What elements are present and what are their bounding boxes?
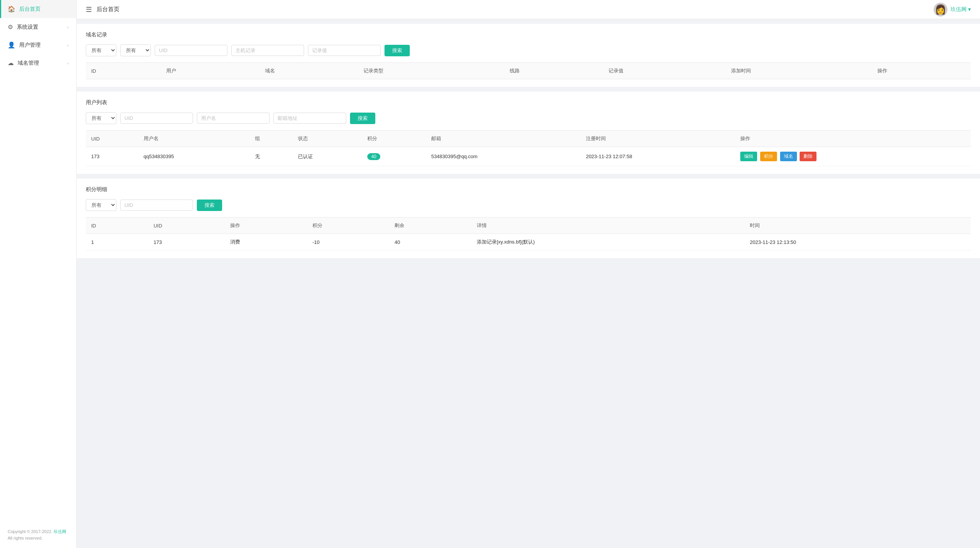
domain-button[interactable]: 域名 — [780, 152, 797, 161]
user-menu[interactable]: 玖伍网 ▾ — [951, 6, 971, 13]
user-col-status: 状态 — [293, 131, 362, 147]
score-col-uid: UID — [148, 218, 225, 234]
user-group-cell: 无 — [250, 147, 292, 166]
user-score-cell: 40 — [362, 147, 425, 166]
domain-filter-row: 所有 所有 搜索 — [86, 44, 971, 56]
sidebar-item-user[interactable]: 👤 用户管理 › — [0, 36, 76, 54]
header-left: ☰ 后台首页 — [86, 5, 119, 14]
chevron-right-icon: › — [67, 25, 69, 29]
user-uid-input[interactable] — [120, 113, 193, 124]
user-email-input[interactable] — [273, 113, 346, 124]
user-list-section: 用户列表 所有 搜索 UID 用户名 组 状态 积分 — [77, 92, 980, 174]
score-table-body: 1 173 消费 -10 40 添加记录[xy.xdns.bf](默认) 202… — [86, 234, 971, 250]
score-detail-table: ID UID 操作 积分 剩余 详情 时间 1 173 消费 -10 — [86, 217, 971, 250]
delete-button[interactable]: 删除 — [800, 152, 816, 161]
score-col-score: 积分 — [307, 218, 389, 234]
active-indicator — [0, 0, 1, 18]
user-email-cell: 534830395@qq.com — [426, 147, 581, 166]
user-list-title: 用户列表 — [86, 99, 971, 106]
col-record-type: 记录类型 — [358, 63, 504, 79]
score-detail-title: 积分明细 — [86, 186, 971, 193]
sidebar-item-home[interactable]: 🏠 后台首页 — [0, 0, 76, 18]
sidebar-label-home: 后台首页 — [19, 6, 41, 13]
user-col-email: 邮箱 — [426, 131, 581, 147]
user-name-input[interactable] — [197, 113, 270, 124]
score-uid-cell: 173 — [148, 234, 225, 250]
score-col-detail: 详情 — [471, 218, 744, 234]
domain-value-input[interactable] — [308, 45, 381, 56]
menu-toggle-icon[interactable]: ☰ — [86, 5, 92, 14]
chevron-right-icon-3: › — [67, 61, 69, 65]
user-col-action: 操作 — [735, 131, 971, 147]
domain-search-button[interactable]: 搜索 — [384, 45, 410, 56]
score-detail-cell: 添加记录[xy.xdns.bf](默认) — [471, 234, 744, 250]
sidebar-label-system: 系统设置 — [17, 24, 38, 31]
score-button[interactable]: 积分 — [760, 152, 777, 161]
score-remaining-cell: 40 — [389, 234, 471, 250]
col-action: 操作 — [872, 63, 971, 79]
domain-records-title: 域名记录 — [86, 31, 971, 38]
sidebar-item-system[interactable]: ⚙ 系统设置 › — [0, 18, 76, 36]
sidebar-item-domain[interactable]: ☁ 域名管理 › — [0, 54, 76, 72]
content-area: 域名记录 所有 所有 搜索 ID 用户 域名 — [77, 19, 980, 548]
user-filter-select1[interactable]: 所有 — [86, 112, 116, 124]
domain-records-table: ID 用户 域名 记录类型 线路 记录值 添加时间 操作 — [86, 62, 971, 79]
user-col-reg-time: 注册时间 — [581, 131, 735, 147]
score-uid-input[interactable] — [120, 200, 193, 211]
user-action-cell: 编辑 积分 域名 删除 — [735, 147, 971, 166]
user-icon: 👤 — [8, 41, 15, 49]
user-status-cell: 已认证 — [293, 147, 362, 166]
score-score-cell: -10 — [307, 234, 389, 250]
score-col-action: 操作 — [225, 218, 307, 234]
table-row: 173 qq534830395 无 已认证 40 534830395@qq.co… — [86, 147, 971, 166]
score-col-id: ID — [86, 218, 148, 234]
score-time-cell: 2023-11-23 12:13:50 — [744, 234, 971, 250]
main-area: ☰ 后台首页 👩 玖伍网 ▾ 域名记录 所有 所有 — [77, 0, 980, 548]
sidebar: 🏠 后台首页 ⚙ 系统设置 › 👤 用户管理 › ☁ 域名管理 › Copyri… — [0, 0, 77, 548]
domain-filter-select2[interactable]: 所有 — [120, 44, 151, 56]
avatar-image: 👩 — [935, 4, 946, 15]
user-col-score: 积分 — [362, 131, 425, 147]
score-filter-select1[interactable]: 所有 — [86, 199, 116, 211]
col-line: 线路 — [504, 63, 603, 79]
user-filter-row: 所有 搜索 — [86, 112, 971, 124]
sidebar-label-user: 用户管理 — [19, 42, 41, 49]
sidebar-label-domain: 域名管理 — [18, 60, 39, 67]
score-filter-row: 所有 搜索 — [86, 199, 971, 211]
cloud-icon: ☁ — [8, 59, 14, 67]
col-user: 用户 — [161, 63, 260, 79]
user-col-uid: UID — [86, 131, 138, 147]
user-username-cell: qq534830395 — [138, 147, 250, 166]
chevron-right-icon-2: › — [67, 43, 69, 47]
rights-text: All rights reserved. — [8, 536, 43, 540]
brand-link[interactable]: 玖伍网 — [54, 529, 66, 534]
score-action-cell: 消费 — [225, 234, 307, 250]
home-icon: 🏠 — [8, 5, 15, 13]
user-search-button[interactable]: 搜索 — [350, 113, 375, 124]
user-uid-cell: 173 — [86, 147, 138, 166]
score-detail-section: 积分明细 所有 搜索 ID UID 操作 积分 剩余 详情 — [77, 178, 980, 258]
col-record-value: 记录值 — [603, 63, 726, 79]
domain-records-section: 域名记录 所有 所有 搜索 ID 用户 域名 — [77, 24, 980, 87]
score-id-cell: 1 — [86, 234, 148, 250]
user-col-username: 用户名 — [138, 131, 250, 147]
user-table-header: UID 用户名 组 状态 积分 邮箱 注册时间 操作 — [86, 131, 971, 147]
score-search-button[interactable]: 搜索 — [197, 200, 222, 211]
page-title: 后台首页 — [97, 6, 119, 13]
sidebar-footer: Copyright © 2017-2022. 玖伍网 All rights re… — [0, 522, 76, 548]
domain-uid-input[interactable] — [155, 45, 227, 56]
user-reg-time-cell: 2023-11-23 12:07:58 — [581, 147, 735, 166]
col-add-time: 添加时间 — [726, 63, 872, 79]
edit-button[interactable]: 编辑 — [740, 152, 757, 161]
score-badge: 40 — [367, 153, 380, 160]
col-id: ID — [86, 63, 161, 79]
domain-host-input[interactable] — [231, 45, 304, 56]
user-list-table: UID 用户名 组 状态 积分 邮箱 注册时间 操作 173 qq5348303… — [86, 130, 971, 166]
header-right: 👩 玖伍网 ▾ — [934, 3, 971, 16]
domain-filter-select1[interactable]: 所有 — [86, 44, 116, 56]
col-domain: 域名 — [260, 63, 358, 79]
header: ☰ 后台首页 👩 玖伍网 ▾ — [77, 0, 980, 19]
score-col-time: 时间 — [744, 218, 971, 234]
domain-table-header: ID 用户 域名 记录类型 线路 记录值 添加时间 操作 — [86, 63, 971, 79]
user-col-group: 组 — [250, 131, 292, 147]
